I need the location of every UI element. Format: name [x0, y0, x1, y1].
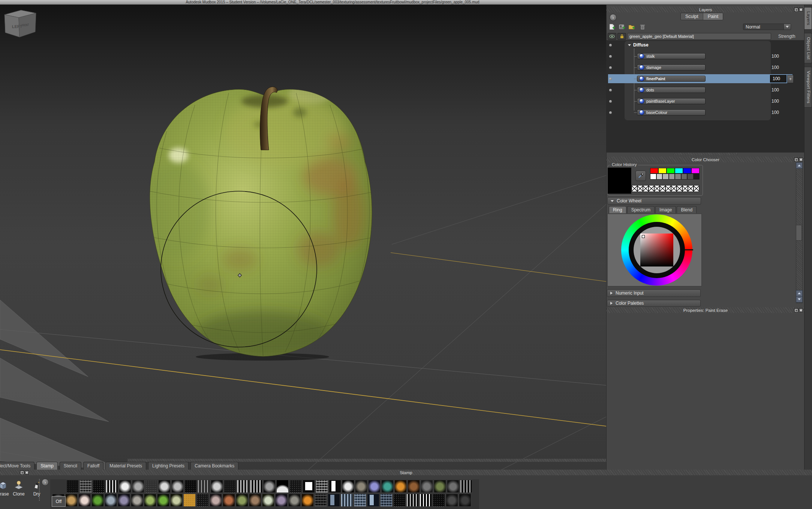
tool-erase[interactable]: Erase: [0, 481, 11, 497]
stamp-thumbnail[interactable]: [211, 480, 223, 493]
layer-strength-value[interactable]: 100: [772, 54, 779, 59]
tray-tab-camera-bookmarks[interactable]: Camera Bookmarks: [190, 462, 238, 470]
layer-strength-input[interactable]: 100: [770, 75, 787, 82]
stamp-thumbnail[interactable]: [91, 494, 104, 507]
dock-icon[interactable]: [794, 7, 798, 12]
layer-group-row[interactable]: Diffuse: [628, 42, 649, 48]
properties-titlebar[interactable]: Properties: Paint Erase: [607, 307, 805, 313]
stamp-thumbnail[interactable]: [328, 494, 340, 507]
color-swatch[interactable]: [694, 174, 700, 180]
stamp-thumbnail[interactable]: [459, 494, 471, 507]
stamp-thumbnail[interactable]: [460, 480, 472, 493]
stamp-thumbnail[interactable]: [341, 494, 353, 507]
current-color-swatch[interactable]: [608, 168, 631, 194]
layer-item[interactable]: damage: [637, 64, 706, 70]
stamp-thumbnail[interactable]: [145, 480, 157, 493]
empty-history-slot[interactable]: [677, 185, 682, 192]
stamp-thumbnail[interactable]: [288, 494, 301, 507]
window-titlebar[interactable]: Autodesk Mudbox 2015 – Student Version –…: [0, 0, 812, 5]
stamp-off-button[interactable]: Off: [52, 496, 66, 507]
stamp-thumbnail[interactable]: [210, 494, 222, 507]
color-swatch[interactable]: [656, 174, 663, 180]
blend-mode-dropdown[interactable]: Normal: [743, 24, 791, 30]
scrollbar-thumb[interactable]: [796, 225, 802, 241]
color-swatch[interactable]: [675, 174, 681, 180]
close-icon[interactable]: [799, 157, 803, 162]
viewport-3d[interactable]: LEFT FRONT: [0, 5, 606, 470]
stamp-thumbnail[interactable]: [157, 494, 169, 507]
stamp-thumbnail[interactable]: [368, 480, 381, 493]
viewport-canvas[interactable]: [0, 5, 606, 470]
stamp-thumbnail[interactable]: [249, 494, 261, 507]
wheel-tab-blend[interactable]: Blend: [677, 206, 697, 213]
tray-tab-lighting-presets[interactable]: Lighting Presets: [148, 462, 189, 470]
layer-strength-value[interactable]: 100: [772, 87, 779, 93]
stamp-thumbnail[interactable]: [170, 494, 183, 507]
stamp-thumbnail[interactable]: [393, 494, 406, 507]
apple-model[interactable]: [142, 84, 382, 361]
stamp-thumbnail[interactable]: [105, 494, 117, 507]
close-icon[interactable]: [799, 308, 803, 312]
stamp-thumbnail[interactable]: [406, 494, 419, 507]
new-folder-icon[interactable]: [629, 25, 635, 29]
layer-visibility-dot[interactable]: [609, 89, 612, 91]
stamp-thumbnail[interactable]: [394, 480, 407, 493]
stamp-thumbnail[interactable]: [275, 494, 288, 507]
sv-cursor[interactable]: [642, 235, 645, 238]
empty-history-slot[interactable]: [688, 185, 694, 192]
stamp-thumbnail[interactable]: [66, 480, 79, 493]
stamp-thumbnail[interactable]: [65, 494, 78, 507]
scroll-up-icon[interactable]: [796, 290, 803, 296]
stamp-thumbnail[interactable]: [196, 494, 209, 507]
chevron-down-icon[interactable]: [784, 24, 791, 30]
stamp-thumbnail[interactable]: [223, 494, 235, 507]
stamp-thumbnail[interactable]: [380, 494, 393, 507]
stamp-thumbnail[interactable]: [183, 494, 196, 507]
layer-visibility-dot[interactable]: [609, 78, 612, 80]
stamp-thumbnail[interactable]: [355, 480, 367, 493]
hue-cursor[interactable]: [685, 249, 693, 250]
stamp-thumbnail[interactable]: [434, 480, 446, 493]
color-swatch[interactable]: [662, 174, 669, 180]
dock-icon[interactable]: [20, 470, 24, 475]
tray-titlebar[interactable]: Stamp: [0, 470, 812, 475]
stamp-thumbnail[interactable]: [289, 480, 302, 493]
delete-layer-icon[interactable]: [640, 25, 645, 30]
empty-history-slot[interactable]: [637, 185, 643, 192]
dock-icon[interactable]: [794, 157, 798, 162]
color-swatch[interactable]: [658, 168, 667, 174]
new-mask-layer-icon[interactable]: [619, 24, 625, 29]
color-swatch[interactable]: [667, 168, 675, 174]
stamp-thumbnail[interactable]: [421, 480, 433, 493]
object-name-field[interactable]: green_apple_geo [Default Material]: [627, 33, 771, 40]
color-swatch[interactable]: [687, 174, 694, 180]
layer-strength-value[interactable]: 100: [772, 99, 779, 104]
stamp-thumbnail[interactable]: [276, 480, 289, 493]
panel-collapse-button[interactable]: ›: [610, 14, 617, 21]
stamp-thumbnail[interactable]: [184, 480, 197, 493]
layer-item[interactable]: dots: [637, 87, 706, 93]
tray-tab-stamp[interactable]: Stamp: [36, 462, 58, 470]
color-palettes-section[interactable]: Color Palettes: [607, 300, 701, 307]
layer-visibility-dot[interactable]: [609, 66, 612, 69]
layer-visibility-dot[interactable]: [609, 100, 612, 103]
stamp-thumbnail[interactable]: [171, 480, 184, 493]
stamp-thumbnail[interactable]: [381, 480, 394, 493]
layer-item[interactable]: finerPaint: [637, 76, 706, 82]
stamp-thumbnail[interactable]: [433, 494, 445, 507]
new-layer-icon[interactable]: [610, 24, 615, 30]
stamp-thumbnail[interactable]: [224, 480, 236, 493]
side-tab-layers[interactable]: Layers: [805, 7, 812, 30]
empty-history-slot[interactable]: [660, 185, 665, 192]
eyedropper-button[interactable]: [635, 171, 646, 181]
side-tab-object-list[interactable]: Object List: [805, 33, 812, 64]
layer-strength-value[interactable]: 100: [772, 110, 779, 115]
empty-history-slot[interactable]: [632, 185, 637, 192]
color-swatch[interactable]: [691, 168, 700, 174]
color-swatch[interactable]: [650, 168, 658, 174]
group-collapse-icon[interactable]: [628, 44, 631, 46]
layers-panel-titlebar[interactable]: Layers: [607, 7, 805, 12]
empty-history-slot[interactable]: [654, 185, 660, 192]
dock-icon[interactable]: [794, 308, 798, 312]
side-tab-viewport-filters[interactable]: Viewport Filters: [805, 67, 812, 108]
